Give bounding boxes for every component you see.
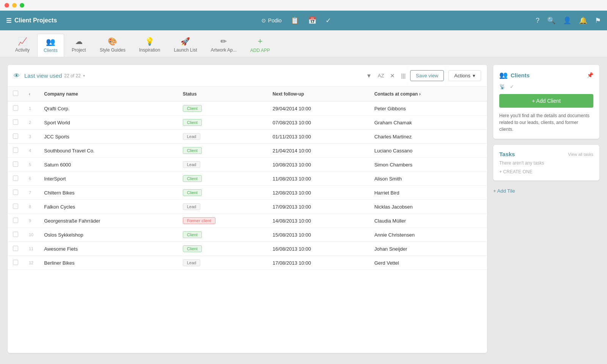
row-status-cell: Client xyxy=(178,172,267,186)
view-all-tasks-link[interactable]: View all tasks xyxy=(568,152,593,157)
table-row[interactable]: 3 JCC Sports Lead 01/11/2013 10:00 Charl… xyxy=(8,130,487,144)
row-checkbox[interactable] xyxy=(13,162,18,167)
row-company-cell[interactable]: InterSport xyxy=(39,172,177,186)
tab-activity[interactable]: 📈 Activity xyxy=(9,34,36,56)
row-checkbox[interactable] xyxy=(13,119,18,125)
row-company-cell[interactable]: Qrafti Corp. xyxy=(39,101,177,116)
table-row[interactable]: 9 Georgenstraße Fahrräder Former client … xyxy=(8,214,487,228)
flag-icon[interactable]: ⚑ xyxy=(595,16,601,25)
tab-style-guides[interactable]: 🎨 Style Guides xyxy=(94,34,132,56)
docs-icon[interactable]: 📋 xyxy=(291,16,299,25)
table-row[interactable]: 8 Falkon Cycles Lead 17/09/2013 10:00 Ni… xyxy=(8,200,487,214)
row-company-cell[interactable]: Chiltern Bikes xyxy=(39,186,177,200)
row-company-cell[interactable]: JCC Sports xyxy=(39,130,177,144)
row-company-cell[interactable]: Oslos Sykkelshop xyxy=(39,228,177,242)
row-company-cell[interactable]: Saturn 6000 xyxy=(39,158,177,172)
row-number: 11 xyxy=(29,246,33,251)
actions-label: Actions xyxy=(454,73,470,78)
nav-back-icon[interactable]: ‹ xyxy=(29,91,30,97)
notifications-icon[interactable]: 🔔 xyxy=(579,16,587,25)
col-follow-up[interactable]: Next follow-up xyxy=(267,87,369,101)
row-status-cell: Lead xyxy=(178,200,267,214)
table-row[interactable]: 7 Chiltern Bikes Client 12/08/2013 10:00… xyxy=(8,186,487,200)
row-company-cell[interactable]: Southbound Travel Co. xyxy=(39,144,177,158)
left-panel: 👁 Last view used 22 of 22 ▾ ▼ AZ ✕ ||| S… xyxy=(8,65,487,353)
row-num-cell: 6 xyxy=(24,172,39,186)
col-company[interactable]: Company name xyxy=(39,87,177,101)
check-icon[interactable]: ✓ xyxy=(510,84,514,89)
maximize-dot[interactable] xyxy=(20,3,24,8)
filter-icon[interactable]: ▼ xyxy=(366,72,372,79)
close-dot[interactable] xyxy=(5,3,9,8)
tasks-icon[interactable]: ✓ xyxy=(326,16,331,25)
row-status-cell: Lead xyxy=(178,256,267,270)
tab-inspiration[interactable]: 💡 Inspiration xyxy=(133,34,166,56)
row-checkbox[interactable] xyxy=(13,246,18,251)
pin-icon[interactable]: 📌 xyxy=(587,72,593,78)
tab-project[interactable]: ☁ Project xyxy=(66,34,92,56)
table-row[interactable]: 11 Awesome Fiets Client 16/08/2013 10:00… xyxy=(8,242,487,256)
menu-icon[interactable]: ☰ xyxy=(6,17,11,24)
tab-launch-list[interactable]: 🚀 Launch List xyxy=(168,34,203,56)
sort-az-icon[interactable]: AZ xyxy=(378,73,384,78)
tab-add-app[interactable]: + ADD APP xyxy=(244,33,276,57)
view-label[interactable]: Last view used 22 of 22 ▾ xyxy=(24,72,85,79)
help-icon[interactable]: ? xyxy=(536,17,539,25)
row-checkbox[interactable] xyxy=(13,133,18,139)
row-follow-up-cell: 12/08/2013 10:00 xyxy=(267,186,369,200)
table-row[interactable]: 5 Saturn 6000 Lead 10/08/2013 10:00 Simo… xyxy=(8,158,487,172)
tab-clients[interactable]: 👥 Clients xyxy=(37,34,64,57)
row-checkbox[interactable] xyxy=(13,232,18,237)
table-row[interactable]: 1 Qrafti Corp. Client 29/04/2014 10:00 P… xyxy=(8,101,487,116)
row-follow-up-cell: 11/08/2013 10:00 xyxy=(267,172,369,186)
select-all-checkbox[interactable] xyxy=(13,91,18,96)
search-icon[interactable]: 🔍 xyxy=(547,16,555,25)
profile-icon[interactable]: 👤 xyxy=(563,16,571,25)
row-company-cell[interactable]: Awesome Fiets xyxy=(39,242,177,256)
table-row[interactable]: 10 Oslos Sykkelshop Client 15/08/2013 10… xyxy=(8,228,487,242)
table-row[interactable]: 4 Southbound Travel Co. Client 21/04/201… xyxy=(8,144,487,158)
style-guides-icon: 🎨 xyxy=(108,37,117,46)
create-task-link[interactable]: + CREATE ONE xyxy=(499,169,532,174)
save-view-button[interactable]: Save view xyxy=(410,70,444,81)
row-company-cell[interactable]: Berliner Bikes xyxy=(39,256,177,270)
row-num-cell: 12 xyxy=(24,256,39,270)
actions-button[interactable]: Actions ▾ xyxy=(448,70,481,81)
row-checkbox[interactable] xyxy=(13,218,18,223)
add-tile-button[interactable]: + Add Tile xyxy=(493,187,599,195)
row-checkbox[interactable] xyxy=(13,190,18,195)
tab-artwork[interactable]: ✏ Artwork Ap... xyxy=(205,34,243,56)
row-contact-cell: Graham Chamak xyxy=(369,116,487,130)
tab-artwork-label: Artwork Ap... xyxy=(211,47,237,53)
row-checkbox[interactable] xyxy=(13,105,18,111)
row-checkbox[interactable] xyxy=(13,176,18,181)
row-contact-cell: Annie Christensen xyxy=(369,228,487,242)
main-content: 👁 Last view used 22 of 22 ▾ ▼ AZ ✕ ||| S… xyxy=(0,57,607,361)
row-checkbox[interactable] xyxy=(13,260,18,265)
tasks-title: Tasks xyxy=(499,151,515,157)
add-client-button[interactable]: + Add Client xyxy=(499,94,593,108)
row-checkbox-cell xyxy=(8,186,24,200)
tab-clients-label: Clients xyxy=(44,48,58,53)
minimize-dot[interactable] xyxy=(12,3,17,8)
tasks-panel: Tasks View all tasks There aren't any ta… xyxy=(493,145,599,180)
table-row[interactable]: 6 InterSport Client 11/08/2013 10:00 Ali… xyxy=(8,172,487,186)
table-row[interactable]: 2 Sport World Client 07/08/2013 10:00 Gr… xyxy=(8,116,487,130)
wifi-icon[interactable]: 📡 xyxy=(499,84,505,89)
row-follow-up-cell: 15/08/2013 10:00 xyxy=(267,228,369,242)
row-checkbox[interactable] xyxy=(13,204,18,209)
row-checkbox[interactable] xyxy=(13,147,18,153)
table-row[interactable]: 12 Berliner Bikes Lead 17/08/2013 10:00 … xyxy=(8,256,487,270)
close-icon[interactable]: ✕ xyxy=(390,72,395,79)
columns-icon[interactable]: ||| xyxy=(401,72,406,79)
col-status[interactable]: Status xyxy=(178,87,267,101)
select-all-header xyxy=(8,87,24,101)
nav-brand[interactable]: ☰ Client Projects xyxy=(6,17,57,24)
col-contacts[interactable]: Contacts at compan › xyxy=(369,87,487,101)
row-company-cell[interactable]: Georgenstraße Fahrräder xyxy=(39,214,177,228)
row-num-cell: 8 xyxy=(24,200,39,214)
calendar-icon[interactable]: 📅 xyxy=(308,16,316,25)
col-contacts-nav-icon[interactable]: › xyxy=(419,91,421,97)
row-company-cell[interactable]: Sport World xyxy=(39,116,177,130)
row-company-cell[interactable]: Falkon Cycles xyxy=(39,200,177,214)
